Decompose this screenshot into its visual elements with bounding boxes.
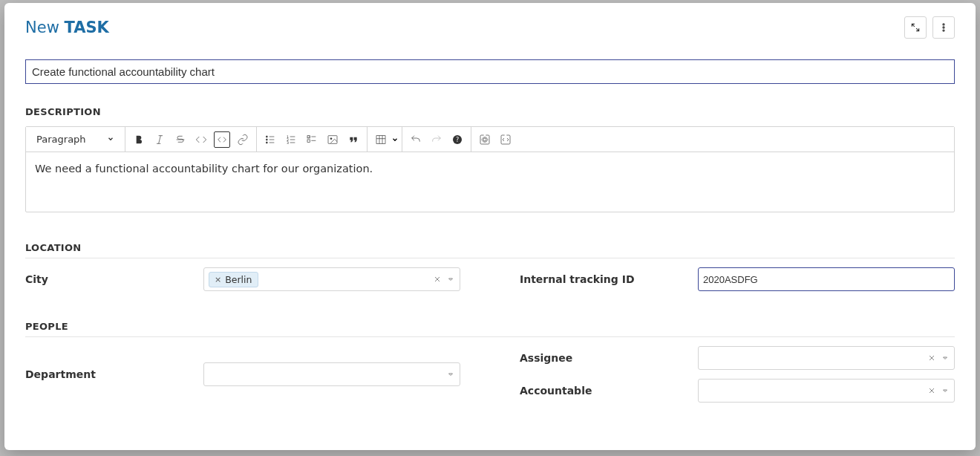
blockquote-button[interactable] xyxy=(343,129,364,150)
bullet-list-icon xyxy=(264,134,276,146)
image-button[interactable] xyxy=(322,129,343,150)
task-list-icon xyxy=(306,134,318,146)
modal-title: New TASK xyxy=(25,19,109,36)
code-icon xyxy=(195,134,207,146)
format-select[interactable]: Paragraph xyxy=(29,134,122,145)
table-button[interactable] xyxy=(370,129,391,150)
code-block-button[interactable] xyxy=(214,131,230,148)
svg-point-2 xyxy=(943,30,944,31)
undo-icon xyxy=(410,134,422,146)
source-button[interactable] xyxy=(495,129,516,150)
strikethrough-icon xyxy=(174,134,186,146)
accountable-select[interactable] xyxy=(698,379,955,403)
chevron-down-icon[interactable] xyxy=(941,354,950,362)
editor-body[interactable]: We need a functional accountability char… xyxy=(26,152,954,212)
modal-header: New TASK xyxy=(25,16,955,39)
chevron-down-icon[interactable] xyxy=(446,275,455,284)
svg-text:3: 3 xyxy=(287,141,289,145)
field-assignee: Assignee xyxy=(520,346,955,370)
department-select[interactable] xyxy=(203,362,460,386)
people-right-column: Assignee Accountable xyxy=(520,346,955,403)
city-label: City xyxy=(25,273,203,285)
editor-toolbar: Paragraph 123 xyxy=(26,127,954,152)
svg-point-24 xyxy=(330,137,332,139)
toolbar-text-group xyxy=(125,127,257,152)
bullet-list-button[interactable] xyxy=(260,129,281,150)
combo-icons xyxy=(927,386,950,395)
toolbar-extra-group xyxy=(471,127,519,152)
combo-icons xyxy=(446,370,455,379)
location-grid: City × Berlin Internal tracking ID xyxy=(25,267,955,291)
tracking-input-wrap xyxy=(698,267,955,291)
undo-button[interactable] xyxy=(405,129,426,150)
svg-point-0 xyxy=(943,24,944,25)
department-label: Department xyxy=(25,368,203,380)
svg-line-5 xyxy=(158,135,160,143)
bold-icon xyxy=(133,134,145,146)
preview-button[interactable] xyxy=(474,129,495,150)
description-editor: Paragraph 123 xyxy=(25,126,955,212)
bold-button[interactable] xyxy=(128,129,149,150)
svg-rect-25 xyxy=(376,135,385,143)
tracking-label: Internal tracking ID xyxy=(520,273,698,285)
svg-point-9 xyxy=(266,142,267,143)
strikethrough-button[interactable] xyxy=(170,129,191,150)
city-tag-label: Berlin xyxy=(225,274,252,285)
field-department: Department xyxy=(25,346,460,403)
numbered-list-icon: 123 xyxy=(285,134,297,146)
link-button[interactable] xyxy=(232,129,253,150)
redo-button[interactable] xyxy=(426,129,447,150)
expand-button[interactable] xyxy=(904,16,927,39)
svg-point-1 xyxy=(943,27,944,28)
toolbar-history-group: ? xyxy=(402,127,471,152)
more-vertical-icon xyxy=(938,22,949,33)
toolbar-format-group: Paragraph xyxy=(26,127,125,152)
header-actions xyxy=(904,16,955,39)
more-menu-button[interactable] xyxy=(932,16,955,39)
numbered-list-button[interactable]: 123 xyxy=(281,129,301,150)
city-select[interactable]: × Berlin xyxy=(203,267,460,291)
svg-rect-22 xyxy=(307,140,310,142)
field-accountable: Accountable xyxy=(520,379,955,403)
title-main: TASK xyxy=(65,19,109,36)
tracking-input[interactable] xyxy=(703,273,950,287)
toolbar-table-group xyxy=(368,127,402,152)
section-people-label: PEOPLE xyxy=(25,321,955,337)
combo-icons xyxy=(927,354,950,362)
inline-code-button[interactable] xyxy=(191,129,212,150)
link-icon xyxy=(237,134,249,146)
task-list-button[interactable] xyxy=(301,129,322,150)
image-icon xyxy=(327,134,339,146)
italic-icon xyxy=(154,134,166,146)
help-button[interactable]: ? xyxy=(447,129,468,150)
subject-input[interactable] xyxy=(25,59,955,84)
format-select-label: Paragraph xyxy=(36,134,86,145)
clear-icon[interactable] xyxy=(927,386,936,395)
table-icon xyxy=(375,134,387,146)
toolbar-list-group: 123 xyxy=(257,127,368,152)
chevron-down-icon[interactable] xyxy=(941,386,950,395)
clear-icon[interactable] xyxy=(927,354,936,362)
preview-icon xyxy=(479,134,491,146)
title-prefix: New xyxy=(25,19,59,36)
accountable-label: Accountable xyxy=(520,385,698,397)
code-block-icon xyxy=(216,134,228,146)
city-tag: × Berlin xyxy=(209,272,258,287)
expand-icon xyxy=(910,22,921,33)
chevron-down-icon xyxy=(391,132,399,146)
clear-icon[interactable] xyxy=(433,275,442,284)
remove-tag-icon[interactable]: × xyxy=(215,275,221,284)
svg-rect-23 xyxy=(328,135,337,143)
combo-icons xyxy=(433,275,455,284)
field-city: City × Berlin xyxy=(25,267,460,291)
blockquote-icon xyxy=(347,134,359,146)
assignee-select[interactable] xyxy=(698,346,955,370)
assignee-label: Assignee xyxy=(520,352,698,364)
svg-point-31 xyxy=(483,138,486,141)
field-tracking-id: Internal tracking ID xyxy=(520,267,955,291)
svg-text:?: ? xyxy=(455,136,458,143)
people-grid: Department Assignee xyxy=(25,346,955,403)
section-description-label: DESCRIPTION xyxy=(25,106,955,117)
italic-button[interactable] xyxy=(149,129,170,150)
chevron-down-icon[interactable] xyxy=(446,370,455,379)
